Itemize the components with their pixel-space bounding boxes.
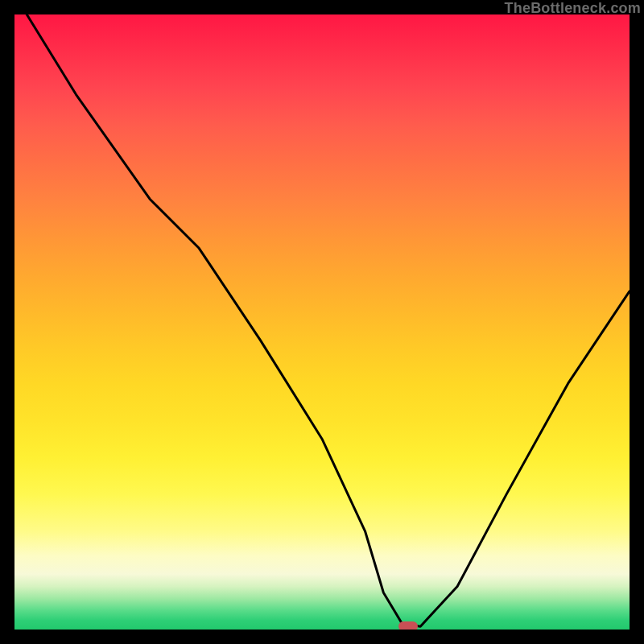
bottleneck-curve bbox=[14, 14, 630, 630]
chart-container: TheBottleneck.com bbox=[0, 0, 644, 644]
plot-area bbox=[14, 14, 630, 630]
optimal-point-marker bbox=[398, 621, 418, 630]
